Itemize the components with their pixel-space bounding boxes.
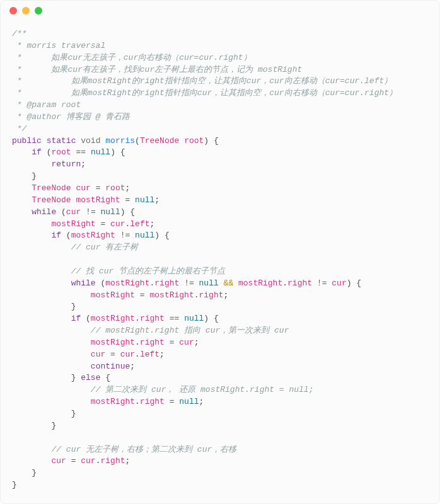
ident-cur: cur	[179, 338, 194, 347]
keyword-continue: continue	[91, 362, 130, 371]
keyword-return: return	[51, 159, 81, 169]
keyword-null: null	[179, 397, 199, 406]
ident-mostright: mostRight	[149, 290, 194, 300]
ident-mostright: mostRight	[105, 278, 149, 288]
prop-right: right	[287, 278, 312, 288]
keyword-null: null	[91, 147, 110, 157]
ident-cur: cur	[66, 207, 81, 217]
ident-mostright: mostRight	[91, 314, 135, 323]
keyword-null: null	[101, 207, 120, 217]
ident-cur: cur	[51, 456, 66, 466]
comment-line: * 如果mostRight的right指针指向cur，让其指向空，cur向右移动…	[12, 88, 397, 98]
keyword-void: void	[81, 136, 100, 146]
ident-mostright: mostRight	[238, 278, 282, 288]
prop-right: right	[140, 397, 165, 406]
code-window: /** * morris traversal * 如果cur无左孩子，cur向右…	[0, 0, 440, 504]
prop-right: right	[154, 278, 179, 288]
function-name: morris	[105, 136, 135, 146]
code-block: /** * morris traversal * 如果cur无左孩子，cur向右…	[1, 21, 439, 504]
comment-line: * @author 博客园 @ 青石路	[12, 112, 130, 122]
keyword-if: if	[51, 231, 61, 240]
type-treenode: TreeNode	[32, 183, 71, 193]
keyword-static: static	[47, 136, 76, 146]
prop-right: right	[100, 456, 125, 466]
ident-mostright: mostRight	[91, 290, 135, 300]
comment-line: * 如果mostRight的right指针指向空，让其指向cur，cur向左移动…	[12, 76, 392, 86]
comment-line: * @param root	[12, 100, 81, 110]
ident-cur: cur	[110, 219, 125, 229]
ident-cur: cur	[120, 350, 135, 359]
prop-right: right	[199, 290, 224, 300]
titlebar	[1, 1, 439, 21]
comment-line: // 找 cur 节点的左子树上的最右子节点	[71, 266, 225, 276]
comment-line: /**	[12, 29, 26, 38]
prop-left: left	[140, 350, 159, 359]
ident-mostright: mostRight	[91, 397, 135, 406]
comment-line: // 第二次来到 cur， 还原 mostRight.right = null;	[91, 385, 314, 394]
comment-line: * 如果cur有左孩子，找到cur左子树上最右的节点，记为 mostRight	[12, 65, 302, 74]
keyword-null: null	[184, 314, 204, 323]
keyword-null: null	[135, 195, 154, 205]
prop-right: right	[140, 338, 165, 347]
ident-mostright: mostRight	[76, 195, 120, 205]
type-treenode: TreeNode	[32, 195, 71, 205]
ident-cur: cur	[81, 456, 95, 466]
op-andand: &&	[224, 278, 234, 288]
prop-right: right	[140, 314, 165, 323]
keyword-if: if	[32, 147, 42, 157]
prop-left: left	[130, 219, 149, 229]
close-icon[interactable]	[9, 7, 17, 14]
keyword-null: null	[135, 231, 154, 240]
keyword-else: else	[81, 373, 100, 382]
ident-mostright: mostRight	[71, 231, 115, 240]
ident-mostright: mostRight	[91, 338, 135, 347]
ident-mostright: mostRight	[51, 219, 95, 229]
param-root: root	[184, 136, 204, 146]
comment-line: * 如果cur无左孩子，cur向右移动（cur=cur.right）	[12, 53, 252, 62]
zoom-icon[interactable]	[35, 7, 42, 14]
ident-cur: cur	[91, 350, 105, 359]
keyword-public: public	[12, 136, 42, 146]
ident-root: root	[105, 183, 125, 193]
comment-line: // cur 无左子树，右移；第二次来到 cur，右移	[51, 445, 236, 454]
keyword-while: while	[71, 278, 96, 288]
comment-line: * morris traversal	[12, 41, 105, 50]
keyword-null: null	[199, 278, 219, 288]
ident-cur: cur	[332, 278, 346, 288]
comment-line: // cur 有左子树	[71, 243, 139, 252]
comment-line: // mostRight.right 指向 cur，第一次来到 cur	[91, 326, 289, 335]
keyword-while: while	[32, 207, 56, 217]
ident-cur: cur	[76, 183, 90, 193]
comment-line: */	[12, 124, 26, 134]
keyword-if: if	[71, 314, 81, 323]
ident-root: root	[51, 147, 71, 157]
minimize-icon[interactable]	[22, 7, 30, 14]
type-treenode: TreeNode	[140, 136, 179, 146]
